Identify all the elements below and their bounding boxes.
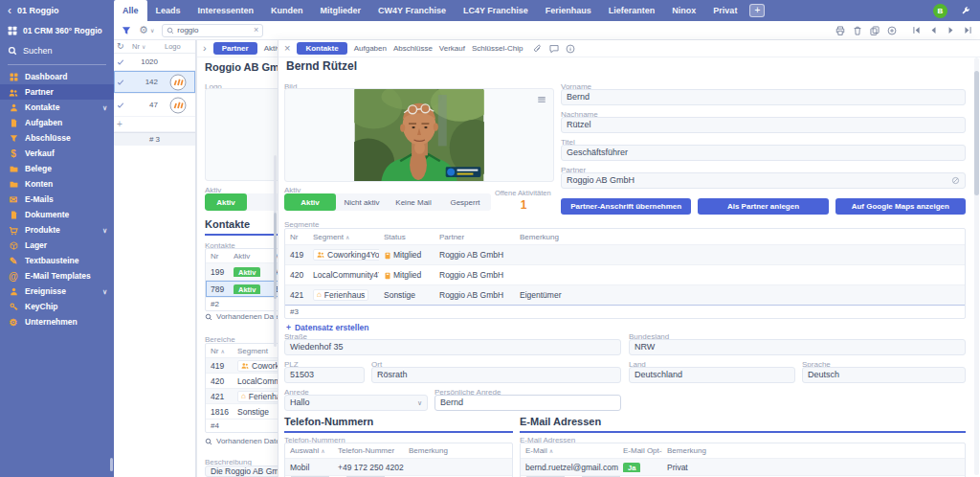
clear-search-icon[interactable] [254, 26, 258, 34]
bereich-row[interactable]: 419 Coworking4You [206, 358, 278, 374]
next-record-icon[interactable] [947, 26, 955, 34]
sidebar-back-button[interactable]: 01 Roggio [0, 0, 114, 20]
comment-icon[interactable] [549, 44, 559, 54]
sidebar-workspace[interactable]: 01 CRM 360° Roggio [0, 20, 114, 40]
option-gesperrt[interactable]: Gesperrt [439, 193, 491, 211]
trash-icon[interactable] [853, 26, 862, 35]
col-nr[interactable]: Nr [285, 233, 308, 241]
plz-field[interactable]: 51503 [284, 367, 365, 383]
kontakt-row[interactable]: 199 Aktiv Al [206, 263, 278, 281]
email-row[interactable]: bernd.ruetzel@gmail.com Ja Privat [521, 459, 965, 476]
option-nicht-aktiv[interactable]: Nicht aktiv [336, 193, 388, 211]
tab-mitglieder[interactable]: Mitglieder [312, 0, 370, 21]
bild-field[interactable] [284, 88, 554, 182]
sidebar-search[interactable]: Suchen [0, 40, 114, 60]
avatar[interactable]: B [933, 4, 947, 18]
add-tab-button[interactable]: + [749, 4, 765, 17]
col-nr[interactable]: Nr [206, 252, 229, 261]
land-field[interactable]: Deutschland [629, 367, 795, 383]
telefon-row[interactable]: Mobil +49 172 250 4202 [285, 459, 512, 476]
sidebar-item-produkte[interactable]: Produkte [0, 222, 114, 238]
info-icon[interactable] [566, 44, 575, 54]
logo-field[interactable] [205, 88, 278, 181]
wrench-icon[interactable] [961, 6, 970, 15]
sidebar-scrollbar[interactable] [110, 458, 113, 471]
partner-anschrift-button[interactable]: Partner-Anschrift übernehmen [561, 198, 691, 215]
expand-panel-icon[interactable] [203, 43, 207, 54]
record-row[interactable]: 1020 [114, 54, 195, 71]
sidebar-item-unternehmen[interactable]: Unternehmen [0, 314, 114, 329]
bereich-row[interactable]: 420 LocalCommunity4You [206, 374, 278, 389]
sidebar-item-keychip[interactable]: KeyChip [0, 299, 114, 314]
add-record-icon[interactable] [887, 26, 897, 35]
sidebar-item-aufgaben[interactable]: Aufgaben [0, 115, 114, 130]
first-record-icon[interactable] [912, 26, 921, 34]
search-input[interactable]: roggio [162, 24, 263, 37]
offene-aktivitaeten-value[interactable]: 1 [495, 198, 552, 212]
tab-ferienhaus[interactable]: Ferienhaus [537, 0, 600, 21]
bereich-row[interactable]: 1816 Sonstige [206, 404, 278, 420]
segment-row[interactable]: 421 Ferienhaus Sonstige Roggio AB GmbH E… [285, 285, 965, 306]
col-segment[interactable]: Segment [233, 347, 278, 355]
tab-aufgaben[interactable]: Aufgaben [354, 44, 387, 53]
persoenliche-anrede-field[interactable]: Bernd [434, 395, 621, 411]
option-aktiv[interactable]: Aktiv [284, 193, 336, 211]
sidebar-item-kontakte[interactable]: Kontakte [0, 100, 114, 115]
col-bemerkung[interactable]: Bemerkung [404, 446, 512, 455]
refresh-icon[interactable] [117, 42, 132, 51]
col-telefon-nummer[interactable]: Telefon-Nummer [333, 446, 404, 455]
tab-lc4y-franchise[interactable]: LC4Y Franchise [455, 0, 537, 21]
close-panel-icon[interactable] [284, 43, 290, 54]
col-email[interactable]: E-Mail [521, 446, 618, 455]
create-record-link[interactable]: Datensatz erstellen [286, 323, 368, 332]
tab-partner[interactable]: Partner [213, 42, 257, 55]
beschreibung-field[interactable]: Die Roggio AB GmbH bietet [205, 466, 278, 477]
sidebar-item-email-templates[interactable]: E-Mail Templates [0, 268, 114, 284]
tab-kunden[interactable]: Kunden [262, 0, 312, 21]
anrede-select[interactable]: Hallo [284, 395, 428, 411]
partner-panel-scrollbar[interactable] [274, 155, 277, 347]
als-partner-anlegen-button[interactable]: Als Partner anlegen [698, 198, 828, 215]
col-status[interactable]: Status [379, 233, 434, 241]
col-segment[interactable]: Segment [308, 233, 379, 241]
tab-aktivitaeten[interactable]: Aktivitäten [264, 44, 278, 53]
settings-dropdown[interactable] [139, 25, 154, 35]
attachment-icon[interactable] [533, 44, 543, 54]
option-aktiv[interactable]: Aktiv [205, 193, 247, 211]
sidebar-item-verkauf[interactable]: Verkauf [0, 146, 114, 161]
col-partner[interactable]: Partner [434, 233, 515, 241]
bereich-row[interactable]: 421 Ferienhaus [206, 389, 278, 404]
add-record-row[interactable] [114, 117, 195, 132]
vorname-field[interactable]: Bernd [561, 89, 966, 105]
sidebar-item-abschluesse[interactable]: Abschlüsse [0, 130, 114, 146]
tab-cw4y-franchise[interactable]: CW4Y Franchise [369, 0, 455, 21]
sidebar-item-textbausteine[interactable]: Textbausteine [0, 253, 114, 268]
sidebar-item-belege[interactable]: Belege [0, 161, 114, 176]
add-existing-kontakt-link[interactable]: Vorhandenen Datensatz [205, 312, 278, 321]
tab-kontakte[interactable]: Kontakte [297, 42, 346, 55]
contact-panel-scrollbar[interactable] [974, 57, 979, 475]
nachname-field[interactable]: Rützel [561, 117, 966, 133]
previous-record-icon[interactable] [929, 26, 938, 34]
tab-privat[interactable]: Privat [704, 0, 746, 21]
tab-ninox[interactable]: Ninox [663, 0, 704, 21]
add-existing-bereich-link[interactable]: Vorhandenen Datensatz [205, 437, 278, 445]
tab-schluessel-chip[interactable]: Schlüssel-Chip [472, 44, 523, 53]
sidebar-item-konten[interactable]: Konten [0, 176, 114, 192]
filter-icon[interactable] [122, 26, 131, 35]
print-icon[interactable] [835, 26, 845, 35]
record-row[interactable]: 47 [114, 94, 195, 117]
unlink-icon[interactable] [951, 176, 960, 185]
duplicate-icon[interactable] [870, 26, 880, 35]
menu-icon[interactable] [537, 95, 546, 104]
sidebar-item-dokumente[interactable]: Dokumente [0, 207, 114, 222]
sidebar-item-ereignisse[interactable]: Ereignisse [0, 284, 114, 299]
tab-abschluesse[interactable]: Abschlüsse [393, 44, 433, 53]
sidebar-item-emails[interactable]: E-Mails [0, 192, 114, 207]
sprache-field[interactable]: Deutsch [802, 367, 966, 383]
record-row-selected[interactable]: 142 [114, 71, 195, 94]
bundesland-field[interactable]: NRW [629, 339, 966, 355]
col-bemerkung[interactable]: Bemerkung [662, 446, 965, 455]
sidebar-item-lager[interactable]: Lager [0, 238, 114, 253]
sidebar-item-dashboard[interactable]: Dashboard [0, 69, 114, 84]
